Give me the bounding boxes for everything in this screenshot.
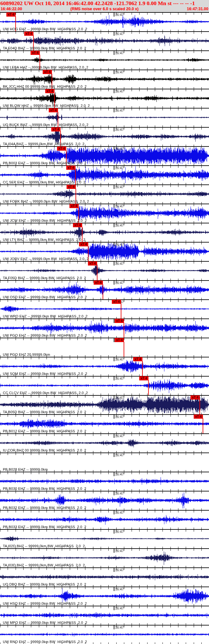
waveform-canvas[interactable] (0, 548, 209, 567)
pick-flag[interactable]: xT 4 (67, 185, 76, 189)
pick-flag[interactable]: xT 4 (6, 12, 16, 17)
pick-flag[interactable]: xT 4 (94, 281, 103, 285)
pick-line[interactable] (203, 418, 203, 433)
trace-row: 16:47xT 4UW JORV EHZ -- 99999.0km BW HIG… (0, 242, 209, 261)
waveform-canvas[interactable] (0, 165, 209, 184)
trace-row: 16:47xT 4UW PGO EHZ 20 99999.0km (0, 338, 209, 357)
pick-flag[interactable]: xT 4 (66, 166, 76, 170)
waveform-canvas[interactable] (0, 242, 209, 261)
trace-row: 16:47PB B033 EHZ -- 99999.0km BW HIGHPAS… (0, 510, 209, 529)
pick-line[interactable] (199, 399, 200, 414)
pick-flag[interactable]: xT 4 (139, 376, 148, 380)
waveform-canvas[interactable] (0, 127, 209, 146)
waveform-canvas[interactable] (0, 318, 209, 338)
pick-flag[interactable]: xT 4 (24, 32, 33, 36)
trace-row: 16:47UW MPO EHZ -- 99999.0km BW HIGHPASS… (0, 606, 209, 625)
trace-row: 16:47TA I03D BHZ -- 99999.0km BW HIGHPAS… (0, 548, 209, 567)
pick-flag[interactable]: xT 4 (88, 261, 97, 266)
window-end-time: 16:47:31.00 (187, 7, 208, 11)
trace-row: 16:47xT 4TA F05D BHZ -- 99999.0km BW HIG… (0, 261, 209, 280)
pick-flag[interactable]: xT 4 (49, 108, 58, 112)
pick-flag[interactable]: xT 4 (31, 51, 40, 55)
pick-line[interactable] (15, 16, 16, 31)
waveform-canvas[interactable] (0, 70, 209, 89)
pick-flag[interactable]: xT 4 (73, 223, 82, 227)
waveform-canvas[interactable] (0, 184, 209, 204)
pick-line[interactable] (103, 284, 103, 299)
pick-flag[interactable]: xT 4 (115, 338, 124, 342)
trace-row: 16:47PB B032 EHZ -- 99999.0km BW HIGHPAS… (0, 491, 209, 510)
waveform-canvas[interactable] (0, 204, 209, 223)
pick-flag[interactable]: xT 4 (133, 357, 142, 361)
waveform-canvas[interactable] (0, 510, 209, 529)
waveform-canvas[interactable] (0, 567, 209, 587)
waveform-canvas[interactable] (0, 357, 209, 376)
waveform-canvas[interactable] (0, 587, 209, 606)
trace-row: 16:47xT 4UW HOG EHZ -- 99999.0km BW HIGH… (0, 12, 209, 31)
trace-row: 16:47xT 4TA E04D BHZ -- 99999.0km BW HIG… (0, 31, 209, 50)
trace-row: 16:47xT 4UW JCW EHZ -- 99999.0km BW HIGH… (0, 204, 209, 223)
waveform-canvas[interactable] (0, 280, 209, 299)
waveform-canvas[interactable] (0, 529, 209, 548)
waveform-canvas[interactable] (0, 338, 209, 357)
trace-row: 16:47xT 4BK JCC HHZ 00 99999.0km BW HIGH… (0, 70, 209, 89)
waveform-canvas[interactable] (0, 108, 209, 127)
pick-line[interactable] (52, 74, 52, 89)
pick-flag[interactable]: xT 4 (115, 319, 124, 323)
waveform-canvas[interactable] (0, 491, 209, 510)
pick-line[interactable] (60, 131, 61, 146)
pick-line[interactable] (148, 380, 149, 395)
waveform-canvas[interactable] (0, 414, 209, 433)
event-header: 60890202 UW Oct 10, 2014 16:46:42.00 42.… (0, 0, 209, 12)
waveform-canvas[interactable] (0, 299, 209, 318)
pick-line[interactable] (88, 246, 89, 261)
trace-row: 16:47UW HSQ EHZ -- 99999.0km BW HIGHPASS… (0, 587, 209, 606)
trace-row: 16:47xT 4UW PGO EHZ -- 99999.0km BW HIGH… (0, 318, 209, 338)
pick-flag[interactable]: xT 4 (57, 146, 66, 151)
time-window-line: 16:46:22.00 (RMS noise over 6.0 s scaled… (0, 6, 209, 11)
waveform-canvas[interactable] (0, 433, 209, 453)
waveform-canvas[interactable] (0, 223, 209, 242)
waveform-canvas[interactable] (0, 12, 209, 31)
pick-line[interactable] (97, 265, 97, 280)
waveform-canvas[interactable] (0, 146, 209, 165)
seismic-review-window: 60890202 UW Oct 10, 2014 16:46:42.00 42.… (0, 0, 209, 644)
waveform-canvas[interactable] (0, 89, 209, 108)
pick-flag[interactable]: xT 4 (194, 415, 203, 419)
pick-flag[interactable]: xT 4 (79, 242, 88, 246)
pick-line[interactable] (82, 227, 83, 242)
pick-line[interactable] (33, 35, 34, 50)
pick-flag[interactable]: xT 4 (112, 300, 121, 304)
pick-line[interactable] (58, 112, 58, 127)
trace-row: 16:47TA I02D BHZ -- 99999.0km BW HIGHPAS… (0, 529, 209, 548)
waveform-canvas[interactable] (0, 376, 209, 395)
trace-row: 16:47xT 4UW OSD EHZ -- 99999.0km BW HIGH… (0, 280, 209, 299)
waveform-canvas[interactable] (0, 453, 209, 472)
pick-line[interactable] (76, 189, 76, 204)
pick-line[interactable] (75, 169, 76, 184)
pick-flag[interactable]: xT 4 (191, 395, 200, 400)
scaling-note: (RMS noise over 6.0 s scaled 20.0 x) (0, 7, 209, 11)
trace-row: 16:47xT 4UW FORK BHZ -- 99999.0km BW HIG… (0, 184, 209, 204)
waveform-canvas[interactable] (0, 625, 209, 644)
waveform-canvas[interactable] (0, 395, 209, 414)
pick-flag[interactable]: xT 4 (69, 204, 79, 208)
trace-row: 16:47PB B030 EHZ -- 99999.0km BW HIGHPAS… (0, 472, 209, 491)
trace-row: 16:47xT 4UW LTY BHZ -- 99999.0km BW HIGH… (0, 223, 209, 242)
pick-flag[interactable]: xT 4 (51, 127, 61, 131)
trace-row: 16:47UO DBO BHZ -- 99999.0km BW HIGHPASS… (0, 567, 209, 587)
pick-line[interactable] (54, 93, 55, 108)
trace-row: 16:47xT 4UO BUCK BHZ -- 99999.0km BW HIG… (0, 108, 209, 127)
waveform-canvas[interactable] (0, 472, 209, 491)
pick-line[interactable] (124, 342, 124, 357)
pick-line[interactable] (121, 303, 121, 318)
waveform-canvas[interactable] (0, 606, 209, 625)
pick-line[interactable] (40, 55, 40, 70)
pick-line[interactable] (124, 323, 124, 338)
pick-line[interactable] (78, 208, 79, 223)
waveform-canvas[interactable] (0, 261, 209, 280)
pick-line[interactable] (142, 361, 143, 376)
pick-flag[interactable]: xT 4 (45, 89, 54, 93)
pick-line[interactable] (66, 150, 67, 165)
pick-flag[interactable]: xT 4 (43, 70, 52, 74)
